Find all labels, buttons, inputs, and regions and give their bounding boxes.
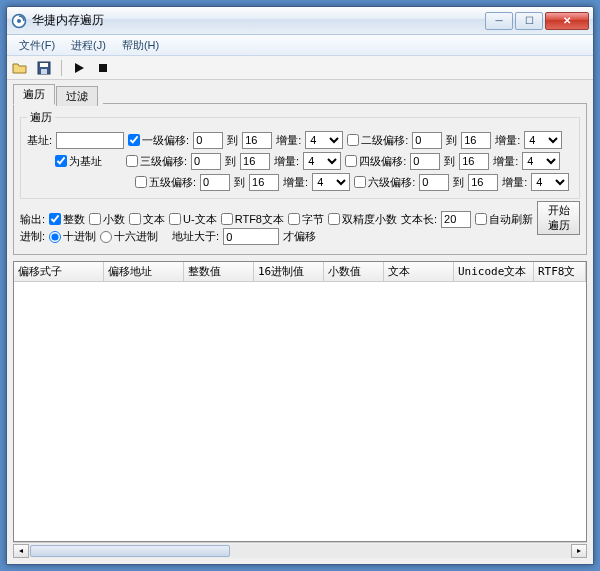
horizontal-scrollbar[interactable]: ◂ ▸: [13, 542, 587, 558]
offset3-from-input[interactable]: [191, 153, 221, 170]
menu-process[interactable]: 进程(J): [63, 36, 114, 55]
offset6-inc-select[interactable]: 4: [531, 173, 569, 191]
offset5-inc-select[interactable]: 4: [312, 173, 350, 191]
tab-filter[interactable]: 过滤: [56, 86, 98, 106]
offset1-inc-select[interactable]: 4: [305, 131, 343, 149]
close-button[interactable]: ✕: [545, 12, 589, 30]
app-icon: [11, 13, 27, 29]
offset1-from-input[interactable]: [193, 132, 223, 149]
scroll-track[interactable]: [29, 544, 571, 558]
offset5-from-input[interactable]: [200, 174, 230, 191]
offset6-to-input[interactable]: [468, 174, 498, 191]
titlebar[interactable]: 华捷内存遍历 ─ ☐ ✕: [7, 7, 593, 35]
svg-rect-3: [40, 63, 48, 67]
scroll-thumb[interactable]: [30, 545, 230, 557]
base-addr-input[interactable]: [56, 132, 124, 149]
out-int-checkbox[interactable]: [49, 213, 61, 225]
tab-traverse[interactable]: 遍历: [13, 84, 55, 105]
offset2-checkbox[interactable]: [347, 134, 359, 146]
play-icon[interactable]: [70, 59, 88, 77]
col-offset-addr[interactable]: 偏移地址: [104, 262, 184, 281]
text-len-input[interactable]: [441, 211, 471, 228]
table-body[interactable]: [14, 282, 586, 541]
offset2-from-input[interactable]: [412, 132, 442, 149]
out-double-checkbox[interactable]: [328, 213, 340, 225]
save-icon[interactable]: [35, 59, 53, 77]
offset6-checkbox[interactable]: [354, 176, 366, 188]
minimize-button[interactable]: ─: [485, 12, 513, 30]
offset5-to-input[interactable]: [249, 174, 279, 191]
group-legend: 遍历: [27, 110, 55, 125]
offset3-inc-select[interactable]: 4: [303, 152, 341, 170]
results-table: 偏移式子 偏移地址 整数值 16进制值 小数值 文本 Unicode文本 RTF…: [13, 261, 587, 542]
tabs: 遍历 过滤: [13, 84, 587, 104]
addr-gt-input[interactable]: [223, 228, 279, 245]
col-dec[interactable]: 小数值: [324, 262, 384, 281]
offset3-checkbox[interactable]: [126, 155, 138, 167]
offset4-from-input[interactable]: [410, 153, 440, 170]
col-text[interactable]: 文本: [384, 262, 454, 281]
out-byte-checkbox[interactable]: [288, 213, 300, 225]
label-output: 输出:: [20, 212, 45, 227]
label-radix: 进制:: [20, 229, 45, 244]
offset4-checkbox[interactable]: [345, 155, 357, 167]
auto-refresh-checkbox[interactable]: [475, 213, 487, 225]
out-rtf8-checkbox[interactable]: [221, 213, 233, 225]
svg-rect-5: [99, 64, 107, 72]
offset5-checkbox[interactable]: [135, 176, 147, 188]
out-utext-checkbox[interactable]: [169, 213, 181, 225]
offset2-to-input[interactable]: [461, 132, 491, 149]
menubar: 文件(F) 进程(J) 帮助(H): [7, 35, 593, 56]
out-text-checkbox[interactable]: [129, 213, 141, 225]
as-base-checkbox[interactable]: [55, 155, 67, 167]
traverse-group: 遍历 基址: 一级偏移: 到 增量: 4 二级偏移: 到 增量: 4: [20, 110, 580, 199]
radix-dec-radio[interactable]: [49, 231, 61, 243]
open-icon[interactable]: [11, 59, 29, 77]
menu-file[interactable]: 文件(F): [11, 36, 63, 55]
offset6-from-input[interactable]: [419, 174, 449, 191]
stop-icon[interactable]: [94, 59, 112, 77]
label-base-addr: 基址:: [27, 133, 52, 148]
svg-rect-4: [41, 69, 47, 74]
traverse-panel: 遍历 基址: 一级偏移: 到 增量: 4 二级偏移: 到 增量: 4: [13, 104, 587, 255]
scroll-right-arrow[interactable]: ▸: [571, 544, 587, 558]
col-unicode[interactable]: Unicode文本: [454, 262, 534, 281]
offset4-to-input[interactable]: [459, 153, 489, 170]
maximize-button[interactable]: ☐: [515, 12, 543, 30]
col-hex[interactable]: 16进制值: [254, 262, 324, 281]
out-dec-checkbox[interactable]: [89, 213, 101, 225]
start-button[interactable]: 开始遍历: [537, 201, 580, 235]
offset2-inc-select[interactable]: 4: [524, 131, 562, 149]
offset1-to-input[interactable]: [242, 132, 272, 149]
col-rtf8[interactable]: RTF8文: [534, 262, 586, 281]
app-window: 华捷内存遍历 ─ ☐ ✕ 文件(F) 进程(J) 帮助(H) 遍历 过滤 遍历 …: [6, 6, 594, 565]
offset3-to-input[interactable]: [240, 153, 270, 170]
offset4-inc-select[interactable]: 4: [522, 152, 560, 170]
window-title: 华捷内存遍历: [32, 12, 485, 29]
scroll-left-arrow[interactable]: ◂: [13, 544, 29, 558]
menu-help[interactable]: 帮助(H): [114, 36, 167, 55]
offset1-checkbox[interactable]: [128, 134, 140, 146]
radix-hex-radio[interactable]: [100, 231, 112, 243]
col-int[interactable]: 整数值: [184, 262, 254, 281]
toolbar: [7, 56, 593, 80]
col-offset-expr[interactable]: 偏移式子: [14, 262, 104, 281]
svg-point-1: [17, 19, 21, 23]
table-header: 偏移式子 偏移地址 整数值 16进制值 小数值 文本 Unicode文本 RTF…: [14, 262, 586, 282]
